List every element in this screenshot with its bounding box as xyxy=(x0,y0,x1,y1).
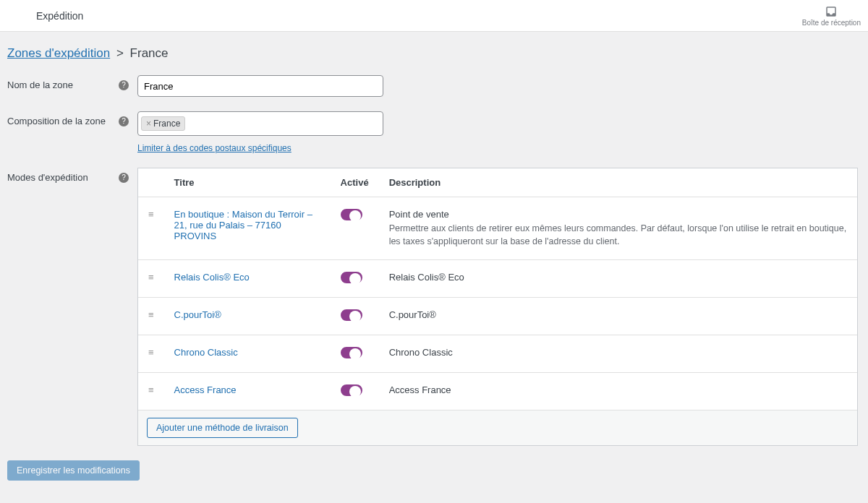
enabled-toggle[interactable] xyxy=(341,272,362,283)
method-desc-title: C.pourToi® xyxy=(389,309,847,320)
help-icon[interactable]: ? xyxy=(119,173,129,183)
region-tag-label: France xyxy=(153,119,180,129)
save-button[interactable]: Enregistrer les modifications xyxy=(7,460,140,481)
zone-name-input[interactable] xyxy=(137,75,383,97)
region-tag: × France xyxy=(141,116,185,131)
enabled-toggle[interactable] xyxy=(341,384,362,396)
breadcrumb: Zones d'expédition > France xyxy=(7,46,861,61)
method-title-link[interactable]: Chrono Classic xyxy=(174,347,238,358)
method-title-link[interactable]: En boutique : Maison du Terroir – 21, ru… xyxy=(174,209,312,241)
method-title-link[interactable]: C.pourToi® xyxy=(174,309,221,320)
col-drag xyxy=(138,168,164,197)
method-desc-title: Chrono Classic xyxy=(389,347,847,358)
zone-name-label: Nom de la zone xyxy=(7,79,73,90)
breadcrumb-current: France xyxy=(130,46,169,60)
enabled-toggle[interactable] xyxy=(341,309,362,321)
drag-handle-icon[interactable]: ≡ xyxy=(148,209,154,220)
table-row: ≡ Relais Colis® Eco Relais Colis® Eco xyxy=(138,260,857,298)
breadcrumb-separator: > xyxy=(116,46,124,60)
method-desc-title: Point de vente xyxy=(389,209,847,220)
enabled-toggle[interactable] xyxy=(341,347,362,358)
help-icon[interactable]: ? xyxy=(119,80,129,90)
table-row: ≡ Access France Access France xyxy=(138,373,857,410)
zone-region-label: Composition de la zone xyxy=(7,116,106,126)
method-desc-sub: Permettre aux clients de retirer eux mêm… xyxy=(389,223,847,248)
inbox-label: Boîte de réception xyxy=(802,19,861,27)
page-heading: Expédition xyxy=(36,10,83,22)
breadcrumb-root[interactable]: Zones d'expédition xyxy=(7,46,110,60)
close-icon[interactable]: × xyxy=(146,119,151,129)
col-title: Titre xyxy=(164,168,331,197)
inbox-button[interactable]: Boîte de réception xyxy=(802,5,861,27)
table-row: ≡ En boutique : Maison du Terroir – 21, … xyxy=(138,197,857,260)
methods-label: Modes d'expédition xyxy=(7,172,88,183)
drag-handle-icon[interactable]: ≡ xyxy=(148,309,154,320)
drag-handle-icon[interactable]: ≡ xyxy=(148,272,154,283)
shipping-methods-table: Titre Activé Description ≡ En boutique :… xyxy=(137,168,858,446)
limit-postcodes-link[interactable]: Limiter à des codes postaux spécifiques xyxy=(137,143,292,153)
col-description: Description xyxy=(379,168,857,197)
inbox-icon xyxy=(825,5,838,18)
table-row: ≡ Chrono Classic Chrono Classic xyxy=(138,335,857,373)
drag-handle-icon[interactable]: ≡ xyxy=(148,347,154,358)
region-select[interactable]: × France xyxy=(137,111,383,136)
drag-handle-icon[interactable]: ≡ xyxy=(148,384,154,395)
enabled-toggle[interactable] xyxy=(341,209,362,220)
method-title-link[interactable]: Access France xyxy=(174,384,237,395)
add-shipping-method-button[interactable]: Ajouter une méthode de livraison xyxy=(147,418,298,438)
table-row: ≡ C.pourToi® C.pourToi® xyxy=(138,298,857,335)
topbar: Expédition Boîte de réception xyxy=(0,0,868,32)
col-enabled: Activé xyxy=(331,168,379,197)
help-icon[interactable]: ? xyxy=(119,116,129,126)
method-desc-title: Relais Colis® Eco xyxy=(389,272,847,283)
method-title-link[interactable]: Relais Colis® Eco xyxy=(174,272,250,283)
method-desc-title: Access France xyxy=(389,384,847,395)
